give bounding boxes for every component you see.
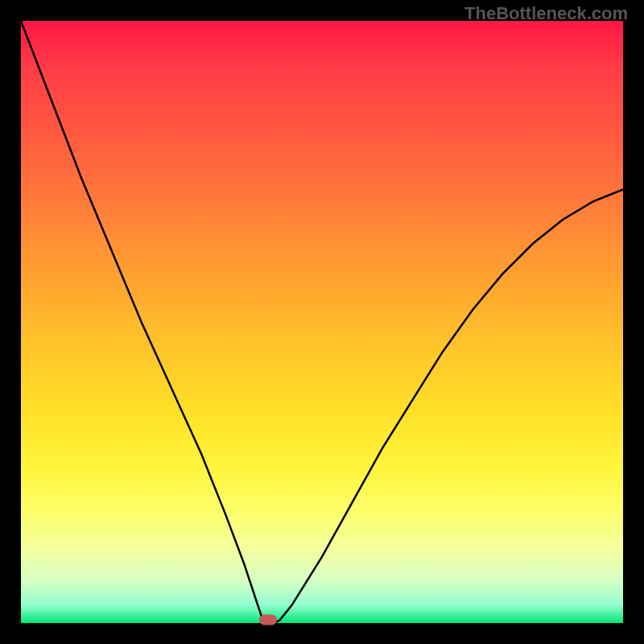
chart-curve-svg	[21, 21, 623, 623]
bottleneck-curve-line	[21, 21, 623, 623]
chart-minimum-marker	[259, 615, 277, 625]
watermark-text: TheBottleneck.com	[464, 3, 628, 24]
chart-plot-area	[21, 21, 623, 623]
